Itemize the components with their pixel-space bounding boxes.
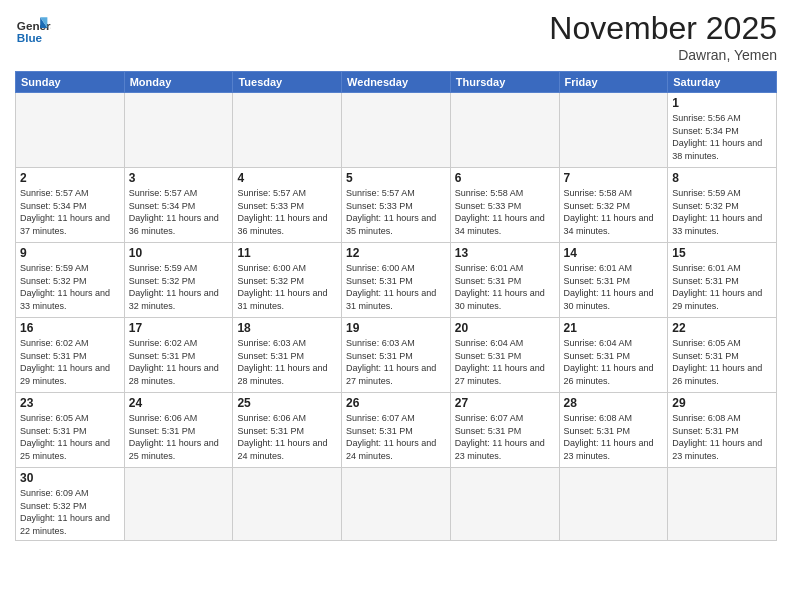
day-info: Sunrise: 5:59 AM Sunset: 5:32 PM Dayligh… bbox=[672, 187, 772, 237]
calendar-cell: 19Sunrise: 6:03 AM Sunset: 5:31 PM Dayli… bbox=[342, 318, 451, 393]
weekday-header-wednesday: Wednesday bbox=[342, 72, 451, 93]
day-info: Sunrise: 6:02 AM Sunset: 5:31 PM Dayligh… bbox=[129, 337, 229, 387]
calendar-cell: 29Sunrise: 6:08 AM Sunset: 5:31 PM Dayli… bbox=[668, 393, 777, 468]
day-number: 13 bbox=[455, 246, 555, 260]
calendar-table: SundayMondayTuesdayWednesdayThursdayFrid… bbox=[15, 71, 777, 541]
day-info: Sunrise: 6:07 AM Sunset: 5:31 PM Dayligh… bbox=[455, 412, 555, 462]
day-number: 30 bbox=[20, 471, 120, 485]
day-info: Sunrise: 5:58 AM Sunset: 5:32 PM Dayligh… bbox=[564, 187, 664, 237]
day-number: 28 bbox=[564, 396, 664, 410]
weekday-header-monday: Monday bbox=[124, 72, 233, 93]
day-info: Sunrise: 6:07 AM Sunset: 5:31 PM Dayligh… bbox=[346, 412, 446, 462]
day-info: Sunrise: 6:04 AM Sunset: 5:31 PM Dayligh… bbox=[455, 337, 555, 387]
calendar-cell: 2Sunrise: 5:57 AM Sunset: 5:34 PM Daylig… bbox=[16, 168, 125, 243]
calendar-cell: 22Sunrise: 6:05 AM Sunset: 5:31 PM Dayli… bbox=[668, 318, 777, 393]
day-info: Sunrise: 5:57 AM Sunset: 5:33 PM Dayligh… bbox=[346, 187, 446, 237]
day-info: Sunrise: 5:59 AM Sunset: 5:32 PM Dayligh… bbox=[20, 262, 120, 312]
day-number: 5 bbox=[346, 171, 446, 185]
day-info: Sunrise: 6:01 AM Sunset: 5:31 PM Dayligh… bbox=[564, 262, 664, 312]
day-number: 25 bbox=[237, 396, 337, 410]
calendar-cell bbox=[450, 468, 559, 541]
calendar-cell: 26Sunrise: 6:07 AM Sunset: 5:31 PM Dayli… bbox=[342, 393, 451, 468]
calendar-cell bbox=[16, 93, 125, 168]
day-number: 12 bbox=[346, 246, 446, 260]
calendar-cell: 20Sunrise: 6:04 AM Sunset: 5:31 PM Dayli… bbox=[450, 318, 559, 393]
day-number: 11 bbox=[237, 246, 337, 260]
weekday-header-row: SundayMondayTuesdayWednesdayThursdayFrid… bbox=[16, 72, 777, 93]
calendar-cell: 25Sunrise: 6:06 AM Sunset: 5:31 PM Dayli… bbox=[233, 393, 342, 468]
calendar-cell bbox=[559, 93, 668, 168]
day-number: 6 bbox=[455, 171, 555, 185]
weekday-header-friday: Friday bbox=[559, 72, 668, 93]
calendar-cell: 18Sunrise: 6:03 AM Sunset: 5:31 PM Dayli… bbox=[233, 318, 342, 393]
day-info: Sunrise: 6:03 AM Sunset: 5:31 PM Dayligh… bbox=[237, 337, 337, 387]
day-info: Sunrise: 6:06 AM Sunset: 5:31 PM Dayligh… bbox=[237, 412, 337, 462]
calendar-cell: 14Sunrise: 6:01 AM Sunset: 5:31 PM Dayli… bbox=[559, 243, 668, 318]
day-info: Sunrise: 5:59 AM Sunset: 5:32 PM Dayligh… bbox=[129, 262, 229, 312]
calendar-cell bbox=[342, 93, 451, 168]
day-info: Sunrise: 6:09 AM Sunset: 5:32 PM Dayligh… bbox=[20, 487, 120, 537]
calendar-cell: 30Sunrise: 6:09 AM Sunset: 5:32 PM Dayli… bbox=[16, 468, 125, 541]
day-number: 14 bbox=[564, 246, 664, 260]
calendar-cell: 23Sunrise: 6:05 AM Sunset: 5:31 PM Dayli… bbox=[16, 393, 125, 468]
calendar-cell: 5Sunrise: 5:57 AM Sunset: 5:33 PM Daylig… bbox=[342, 168, 451, 243]
weekday-header-tuesday: Tuesday bbox=[233, 72, 342, 93]
page-header: General Blue November 2025 Dawran, Yemen bbox=[15, 10, 777, 63]
weekday-header-saturday: Saturday bbox=[668, 72, 777, 93]
calendar-cell: 3Sunrise: 5:57 AM Sunset: 5:34 PM Daylig… bbox=[124, 168, 233, 243]
day-number: 29 bbox=[672, 396, 772, 410]
calendar-cell: 6Sunrise: 5:58 AM Sunset: 5:33 PM Daylig… bbox=[450, 168, 559, 243]
day-info: Sunrise: 6:06 AM Sunset: 5:31 PM Dayligh… bbox=[129, 412, 229, 462]
calendar-cell: 17Sunrise: 6:02 AM Sunset: 5:31 PM Dayli… bbox=[124, 318, 233, 393]
day-number: 16 bbox=[20, 321, 120, 335]
day-number: 19 bbox=[346, 321, 446, 335]
day-info: Sunrise: 5:58 AM Sunset: 5:33 PM Dayligh… bbox=[455, 187, 555, 237]
day-number: 27 bbox=[455, 396, 555, 410]
day-number: 3 bbox=[129, 171, 229, 185]
day-info: Sunrise: 5:57 AM Sunset: 5:34 PM Dayligh… bbox=[20, 187, 120, 237]
calendar-cell: 1Sunrise: 5:56 AM Sunset: 5:34 PM Daylig… bbox=[668, 93, 777, 168]
calendar-cell: 15Sunrise: 6:01 AM Sunset: 5:31 PM Dayli… bbox=[668, 243, 777, 318]
logo: General Blue bbox=[15, 10, 51, 46]
day-info: Sunrise: 5:56 AM Sunset: 5:34 PM Dayligh… bbox=[672, 112, 772, 162]
week-row-3: 9Sunrise: 5:59 AM Sunset: 5:32 PM Daylig… bbox=[16, 243, 777, 318]
week-row-6: 30Sunrise: 6:09 AM Sunset: 5:32 PM Dayli… bbox=[16, 468, 777, 541]
day-info: Sunrise: 6:00 AM Sunset: 5:32 PM Dayligh… bbox=[237, 262, 337, 312]
title-block: November 2025 Dawran, Yemen bbox=[549, 10, 777, 63]
week-row-4: 16Sunrise: 6:02 AM Sunset: 5:31 PM Dayli… bbox=[16, 318, 777, 393]
week-row-5: 23Sunrise: 6:05 AM Sunset: 5:31 PM Dayli… bbox=[16, 393, 777, 468]
day-number: 21 bbox=[564, 321, 664, 335]
calendar-cell bbox=[450, 93, 559, 168]
calendar-cell: 10Sunrise: 5:59 AM Sunset: 5:32 PM Dayli… bbox=[124, 243, 233, 318]
day-number: 15 bbox=[672, 246, 772, 260]
calendar-cell: 24Sunrise: 6:06 AM Sunset: 5:31 PM Dayli… bbox=[124, 393, 233, 468]
calendar-cell: 7Sunrise: 5:58 AM Sunset: 5:32 PM Daylig… bbox=[559, 168, 668, 243]
day-info: Sunrise: 6:03 AM Sunset: 5:31 PM Dayligh… bbox=[346, 337, 446, 387]
calendar-cell: 28Sunrise: 6:08 AM Sunset: 5:31 PM Dayli… bbox=[559, 393, 668, 468]
day-number: 7 bbox=[564, 171, 664, 185]
day-number: 10 bbox=[129, 246, 229, 260]
day-number: 4 bbox=[237, 171, 337, 185]
day-number: 22 bbox=[672, 321, 772, 335]
day-number: 18 bbox=[237, 321, 337, 335]
day-number: 9 bbox=[20, 246, 120, 260]
day-info: Sunrise: 6:08 AM Sunset: 5:31 PM Dayligh… bbox=[564, 412, 664, 462]
week-row-1: 1Sunrise: 5:56 AM Sunset: 5:34 PM Daylig… bbox=[16, 93, 777, 168]
calendar-cell: 8Sunrise: 5:59 AM Sunset: 5:32 PM Daylig… bbox=[668, 168, 777, 243]
day-info: Sunrise: 6:00 AM Sunset: 5:31 PM Dayligh… bbox=[346, 262, 446, 312]
day-info: Sunrise: 5:57 AM Sunset: 5:33 PM Dayligh… bbox=[237, 187, 337, 237]
day-number: 26 bbox=[346, 396, 446, 410]
calendar-cell bbox=[233, 93, 342, 168]
month-title: November 2025 bbox=[549, 10, 777, 47]
day-info: Sunrise: 6:01 AM Sunset: 5:31 PM Dayligh… bbox=[672, 262, 772, 312]
calendar-cell: 9Sunrise: 5:59 AM Sunset: 5:32 PM Daylig… bbox=[16, 243, 125, 318]
svg-text:Blue: Blue bbox=[17, 31, 43, 44]
day-info: Sunrise: 6:08 AM Sunset: 5:31 PM Dayligh… bbox=[672, 412, 772, 462]
day-number: 2 bbox=[20, 171, 120, 185]
calendar-cell bbox=[342, 468, 451, 541]
day-info: Sunrise: 6:01 AM Sunset: 5:31 PM Dayligh… bbox=[455, 262, 555, 312]
calendar-cell: 27Sunrise: 6:07 AM Sunset: 5:31 PM Dayli… bbox=[450, 393, 559, 468]
day-number: 8 bbox=[672, 171, 772, 185]
weekday-header-thursday: Thursday bbox=[450, 72, 559, 93]
calendar-cell: 11Sunrise: 6:00 AM Sunset: 5:32 PM Dayli… bbox=[233, 243, 342, 318]
